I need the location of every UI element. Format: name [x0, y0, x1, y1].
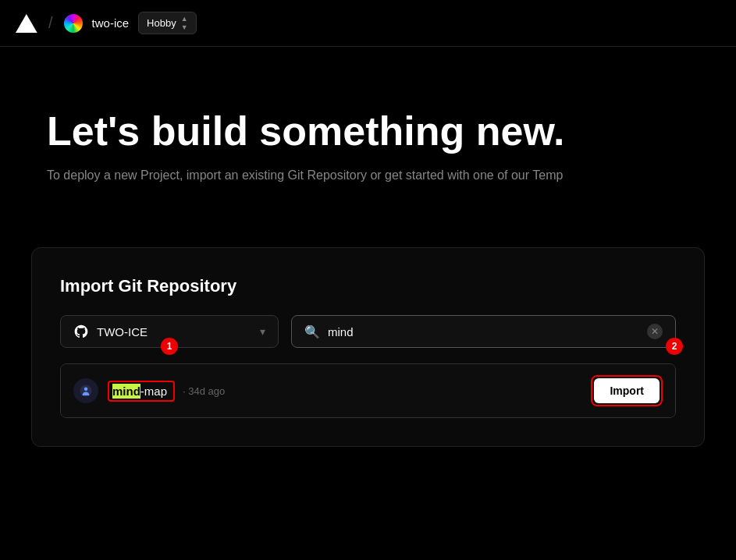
repo-avatar-icon	[79, 384, 93, 398]
hero-title: Let's build something new.	[47, 109, 689, 154]
org-chevron-icon: ▾	[260, 325, 265, 338]
vercel-logo	[16, 12, 37, 34]
repo-icon	[73, 378, 98, 403]
import-git-section: Import Git Repository TWO-ICE ▾ 1 🔍 ✕ 2	[31, 247, 705, 447]
repo-name-match: mind	[112, 384, 140, 399]
repo-time: · 34d ago	[183, 385, 225, 397]
clear-search-icon[interactable]: ✕	[647, 324, 663, 339]
svg-point-1	[84, 388, 88, 392]
search-field[interactable]: 🔍 ✕ 2	[291, 315, 676, 348]
plan-badge[interactable]: Hobby ▲ ▼	[138, 12, 197, 34]
github-icon	[73, 324, 89, 339]
table-row: mind-map · 34d ago Import	[61, 364, 675, 417]
repo-name-row: mind-map · 34d ago	[108, 381, 581, 402]
repo-name-suffix: -map	[140, 385, 167, 398]
plan-selector-arrows: ▲ ▼	[181, 15, 188, 31]
import-button-wrapper: Import	[594, 378, 660, 403]
nav-separator: /	[48, 14, 53, 32]
import-button-box: Import	[591, 375, 663, 406]
plan-label: Hobby	[147, 17, 176, 29]
navbar: / two-ice Hobby ▲ ▼	[0, 0, 736, 47]
org-name: TWO-ICE	[97, 325, 252, 338]
search-icon: 🔍	[304, 324, 320, 339]
org-badge-1: 1	[161, 338, 178, 355]
import-controls: TWO-ICE ▾ 1 🔍 ✕ 2	[60, 315, 676, 348]
hero-section: Let's build something new. To deploy a n…	[0, 47, 736, 216]
search-badge-2: 2	[666, 338, 683, 355]
hero-subtitle: To deploy a new Project, import an exist…	[47, 166, 689, 185]
avatar	[64, 14, 83, 33]
navbar-username: two-ice	[92, 16, 130, 30]
org-selector[interactable]: TWO-ICE ▾ 1	[60, 315, 279, 348]
search-input[interactable]	[328, 325, 639, 338]
repo-list: mind-map · 34d ago Import	[60, 363, 676, 418]
repo-name-highlight-box: mind-map	[108, 381, 175, 402]
import-section-title: Import Git Repository	[60, 276, 676, 296]
import-button[interactable]: Import	[594, 378, 660, 403]
